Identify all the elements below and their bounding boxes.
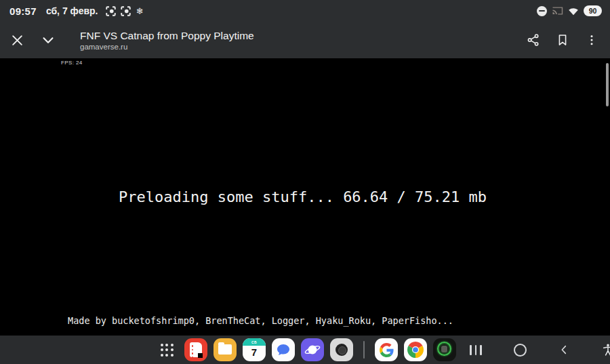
android-screen: 09:57 сб, 7 февр. ❄ (0, 0, 610, 364)
date: сб, 7 февр. (46, 5, 98, 16)
taskbar: СБ 7 (0, 336, 610, 364)
messages-app-icon[interactable] (272, 338, 295, 361)
home-icon (514, 344, 527, 357)
chrome-app-icon[interactable] (404, 338, 427, 361)
accessibility-person-icon (602, 343, 610, 357)
recents-button[interactable] (466, 338, 485, 361)
cast-icon (552, 6, 563, 16)
share-icon (527, 33, 540, 47)
browser-header: FNF VS Catnap from Poppy Playtime gamave… (0, 22, 610, 58)
close-button[interactable] (3, 26, 31, 54)
calendar-app-icon[interactable]: СБ 7 (243, 338, 266, 361)
my-files-app-icon[interactable] (214, 338, 237, 361)
recent-game-app-icon[interactable] (433, 338, 456, 361)
game-canvas[interactable]: FPS: 24 Preloading some stuff... 66.64 /… (0, 58, 610, 336)
credits-line: Made by bucketofshrimp0, BrenTheCat, Log… (68, 315, 453, 327)
chevron-down-icon (41, 33, 56, 47)
apps-grid-button[interactable] (155, 338, 178, 361)
chat-bubble-icon (275, 342, 291, 358)
planet-icon (304, 341, 321, 359)
bookmark-button[interactable] (548, 26, 577, 54)
navigation-bar (466, 336, 610, 364)
status-bar: 09:57 сб, 7 февр. ❄ (0, 0, 610, 22)
samsung-internet-app-icon[interactable] (301, 338, 324, 361)
camera-app-icon[interactable] (330, 338, 353, 361)
collapse-button[interactable] (34, 26, 62, 54)
kebab-menu-icon (586, 34, 598, 46)
system-status-icons: 90 (537, 5, 602, 16)
header-actions (518, 26, 610, 54)
fps-counter: FPS: 24 (61, 60, 83, 66)
dock-apps: СБ 7 (155, 338, 456, 361)
notification-icons: ❄ (106, 6, 143, 16)
back-chevron-icon (558, 344, 569, 355)
home-button[interactable] (510, 338, 529, 361)
page-title: FNF VS Catnap from Poppy Playtime (80, 29, 254, 42)
camera-lens-icon (336, 344, 348, 356)
preload-status-text: Preloading some stuff... 66.64 / 75.21 m… (119, 189, 487, 205)
wifi-icon (568, 7, 579, 16)
recents-icon (470, 345, 482, 355)
calendar-day: 7 (243, 346, 266, 359)
back-button[interactable] (554, 338, 573, 361)
calendar-weekday: СБ (243, 338, 266, 346)
folder-icon (218, 344, 232, 355)
google-app-icon[interactable] (375, 338, 398, 361)
snowflake-icon: ❄ (136, 7, 143, 16)
dock-divider (363, 341, 365, 359)
page-url: gamaverse.ru (80, 42, 254, 52)
apps-grid-icon (161, 344, 174, 357)
do-not-disturb-icon (537, 6, 547, 16)
notes-app-icon[interactable] (184, 338, 207, 361)
smart-capture-icon (121, 6, 131, 16)
overflow-menu-button[interactable] (577, 26, 606, 54)
page-title-block: FNF VS Catnap from Poppy Playtime gamave… (80, 29, 254, 52)
battery-indicator: 90 (584, 5, 602, 16)
scrollbar-thumb[interactable] (606, 63, 609, 106)
bookmark-icon (556, 33, 569, 47)
game-logo-core (441, 346, 447, 352)
smart-capture-icon (106, 6, 116, 16)
note-binding-dots (192, 345, 194, 358)
close-icon (11, 34, 24, 47)
share-button[interactable] (518, 26, 548, 54)
clock: 09:57 (9, 5, 37, 17)
chrome-logo-icon (407, 342, 424, 358)
accessibility-button[interactable] (598, 338, 610, 361)
google-g-icon (380, 343, 394, 357)
